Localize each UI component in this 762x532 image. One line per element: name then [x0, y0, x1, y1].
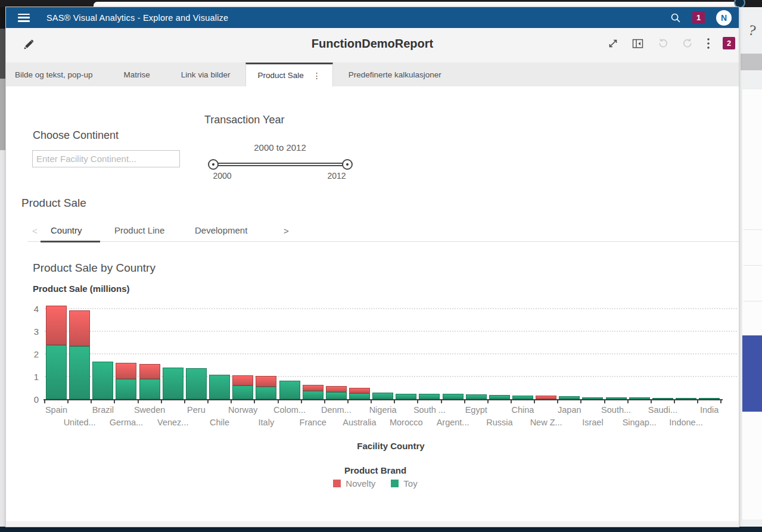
more-options-kebab-icon[interactable] — [707, 38, 710, 49]
avatar[interactable]: N — [716, 10, 732, 26]
bar-segment-toy[interactable] — [326, 392, 347, 399]
x-axis-category-label: Sweden — [123, 405, 176, 415]
x-axis-tick — [534, 400, 535, 403]
bar-segment-toy[interactable] — [279, 381, 300, 399]
x-axis-category-label: Spain — [30, 405, 83, 415]
y-axis-tick-label: 0 — [23, 394, 39, 405]
bar-segment-toy[interactable] — [419, 394, 440, 399]
x-axis-tick — [441, 400, 442, 403]
tab-menu-kebab-icon[interactable]: ⋮ — [313, 71, 321, 80]
x-axis-tick — [651, 400, 652, 403]
x-axis-tick — [138, 400, 139, 403]
bar-segment-toy[interactable] — [443, 394, 464, 399]
notification-badge[interactable]: 1 — [692, 11, 705, 24]
bar-segment-toy[interactable] — [629, 397, 650, 399]
report-toolbar: FunctionDemoReport 2 — [6, 28, 739, 63]
tab-bilde-og-tekst[interactable]: Bilde og tekst, pop-up — [6, 63, 108, 86]
x-axis-tick — [697, 400, 698, 403]
gridline — [45, 353, 737, 354]
redo-icon[interactable] — [682, 38, 694, 49]
bar-segment-toy[interactable] — [582, 397, 603, 399]
background-divider — [744, 301, 762, 301]
bar-segment-toy[interactable] — [209, 375, 230, 399]
bar-segment-novelty[interactable] — [116, 363, 136, 379]
chart-plot: Facility Country Product Brand Novelty T… — [45, 305, 737, 399]
x-axis-category-label: Russia — [472, 418, 526, 427]
search-icon[interactable] — [670, 13, 681, 23]
x-axis-category-label: Chile — [193, 418, 247, 427]
year-slider-track[interactable] — [213, 163, 347, 166]
bar-segment-toy[interactable] — [139, 379, 160, 399]
bar-segment-toy[interactable] — [256, 387, 276, 399]
bar-segment-toy[interactable] — [303, 391, 324, 399]
background-divider — [744, 229, 762, 230]
bar-segment-toy[interactable] — [396, 394, 416, 400]
bar-segment-toy[interactable] — [232, 385, 253, 399]
tab-link-via-bilder[interactable]: Link via bilder — [166, 63, 246, 86]
x-axis-tick — [184, 400, 185, 403]
bar-segment-novelty[interactable] — [69, 310, 90, 346]
bar-segment-toy[interactable] — [163, 368, 183, 399]
y-axis-tick-label: 3 — [23, 326, 39, 337]
y-axis-tick-label: 4 — [23, 304, 39, 314]
novelty-swatch — [333, 480, 341, 487]
bar-segment-toy[interactable] — [489, 395, 510, 399]
undo-icon[interactable] — [657, 38, 669, 49]
x-axis-tick — [557, 400, 558, 403]
x-axis-category-label: Indone... — [660, 418, 713, 427]
bar-segment-toy[interactable] — [69, 346, 90, 399]
bar-segment-novelty[interactable] — [326, 386, 347, 392]
bar-segment-toy[interactable] — [606, 397, 627, 399]
chevron-left-icon[interactable]: < — [32, 226, 38, 236]
bar-segment-novelty[interactable] — [349, 388, 370, 393]
tab-product-sale[interactable]: Product Sale ⋮ — [245, 63, 332, 86]
object-tab-country[interactable]: Country — [51, 225, 82, 235]
bar-segment-novelty[interactable] — [232, 375, 253, 385]
alert-badge[interactable]: 2 — [723, 37, 735, 49]
object-tab-development[interactable]: Development — [195, 225, 247, 235]
y-axis-tick-label: 1 — [23, 372, 39, 382]
bar-segment-novelty[interactable] — [536, 396, 556, 399]
bar-segment-toy[interactable] — [186, 368, 207, 399]
object-tab-product-line[interactable]: Product Line — [114, 225, 164, 235]
bar-segment-toy[interactable] — [652, 398, 673, 399]
bar-segment-toy[interactable] — [699, 398, 720, 399]
x-axis-category-label: France — [286, 418, 340, 427]
bar-segment-toy[interactable] — [372, 393, 393, 399]
chevron-right-icon[interactable]: > — [284, 226, 289, 236]
bar-segment-toy[interactable] — [116, 379, 136, 399]
bar-segment-toy[interactable] — [676, 398, 696, 399]
bar-segment-toy[interactable] — [559, 396, 580, 399]
bar-segment-toy[interactable] — [46, 345, 67, 399]
legend-item-novelty[interactable]: Novelty — [333, 478, 375, 489]
menu-icon[interactable] — [18, 14, 30, 22]
bar-segment-novelty[interactable] — [46, 306, 67, 344]
bar-segment-toy[interactable] — [92, 362, 113, 399]
slider-range-text: 2000 to 2012 — [213, 142, 347, 153]
x-axis-category-label: Nigeria — [356, 405, 410, 415]
continent-input[interactable] — [32, 150, 180, 167]
tab-predefinerte-kalkulasjoner[interactable]: Predefinerte kalkulasjoner — [333, 63, 457, 86]
x-axis-tick — [91, 400, 92, 403]
bar-segment-toy[interactable] — [349, 393, 370, 399]
background-left-edge — [0, 150, 6, 527]
bar-segment-novelty[interactable] — [139, 364, 160, 379]
bar-segment-novelty[interactable] — [256, 376, 276, 386]
chart-title: Product Sale by Country — [33, 262, 155, 275]
gridline — [45, 308, 737, 309]
x-axis-title: Facility Country — [45, 441, 737, 451]
bar-segment-toy[interactable] — [512, 396, 533, 399]
tab-matrise[interactable]: Matrise — [108, 63, 166, 86]
bar-segment-toy[interactable] — [466, 394, 487, 399]
x-axis-category-label: Morocco — [380, 418, 433, 427]
legend-item-toy[interactable]: Toy — [391, 478, 417, 489]
report-tab-bar: Bilde og tekst, pop-up Matrise Link via … — [6, 63, 739, 86]
bar-segment-novelty[interactable] — [303, 385, 324, 391]
maximize-icon[interactable] — [607, 38, 619, 49]
x-axis-category-label: Norway — [216, 405, 270, 415]
slider-handle-max[interactable] — [342, 159, 353, 170]
x-axis-tick — [720, 400, 721, 403]
panel-toggle-icon[interactable] — [632, 38, 644, 49]
slider-handle-min[interactable] — [208, 159, 219, 170]
application-bar: SAS® Visual Analytics - Explore and Visu… — [6, 7, 739, 28]
